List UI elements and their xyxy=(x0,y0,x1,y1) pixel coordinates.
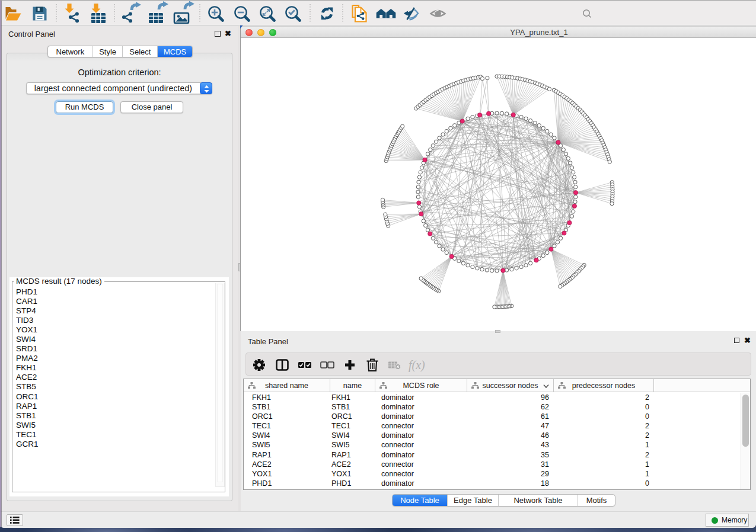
svg-text:f(x): f(x) xyxy=(409,358,425,372)
